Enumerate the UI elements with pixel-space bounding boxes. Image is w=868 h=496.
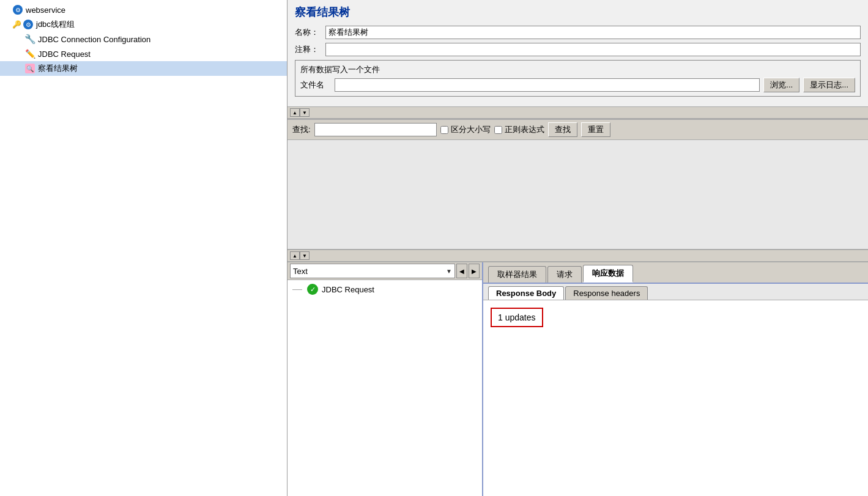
main-content: 察看结果树 名称： 注释： 所有数据写入一个文件 文件名 浏览... 显示日志.…	[287, 0, 868, 496]
tab-response[interactable]: 响应数据	[583, 265, 633, 283]
scroll-indicator-top: ▲ ▼	[287, 107, 868, 119]
dropdown-arrow-icon: ▼	[446, 268, 452, 275]
sub-tabs: Response Body Response headers	[483, 284, 868, 300]
detail-panel: 取样器结果 请求 响应数据 Response Body Response hea…	[483, 262, 868, 496]
scroll-down-btn-2[interactable]: ▼	[300, 251, 310, 260]
scroll-indicator-bottom: ▲ ▼	[287, 250, 868, 262]
sidebar-label-result-tree: 察看结果树	[38, 63, 78, 74]
scroll-up-btn[interactable]: ▲	[290, 108, 300, 117]
sub-tab-body[interactable]: Response Body	[488, 286, 564, 300]
display-log-button[interactable]: 显示日志...	[803, 78, 855, 92]
middle-area	[287, 140, 868, 250]
bottom-panel: Text ▼ ◀ ▶ — ✓ JDBC Request	[287, 262, 868, 496]
key-icon: 🔑	[12, 20, 21, 29]
regex-label: 正则表达式	[505, 124, 544, 135]
text-dropdown[interactable]: Text ▼	[290, 264, 455, 278]
gear-icon	[12, 4, 23, 15]
file-row: 文件名 浏览... 显示日志...	[300, 78, 855, 92]
connector-icon: —	[292, 284, 302, 295]
name-input[interactable]	[325, 26, 861, 39]
name-row: 名称：	[295, 26, 861, 39]
regex-checkbox[interactable]	[494, 126, 502, 134]
result-item-label: JDBC Request	[322, 285, 374, 294]
response-body-box: 1 updates	[491, 308, 543, 327]
detail-content: 1 updates	[483, 300, 868, 496]
list-btn-2[interactable]: ▶	[469, 264, 480, 278]
sidebar-label-jdbc-connection: JDBC Connection Configuration	[38, 35, 150, 44]
search-bar: 查找: 区分大小写 正则表达式 查找 重置	[287, 119, 868, 140]
page-title: 察看结果树	[295, 5, 861, 20]
magnifier-icon: 🔍	[24, 63, 35, 74]
sidebar-label-jdbc-group: jdbc线程组	[36, 19, 75, 30]
comment-row: 注释：	[295, 43, 861, 56]
case-label: 区分大小写	[451, 124, 491, 135]
result-list-panel: Text ▼ ◀ ▶ — ✓ JDBC Request	[287, 262, 483, 496]
sidebar: webservice 🔑 jdbc线程组 🔧 JDBC Connection C…	[0, 0, 287, 496]
list-btn-1[interactable]: ◀	[456, 264, 467, 278]
sidebar-item-webservice[interactable]: webservice	[0, 2, 287, 17]
comment-input[interactable]	[325, 43, 861, 56]
result-item-jdbc[interactable]: — ✓ JDBC Request	[290, 283, 480, 296]
reset-button[interactable]: 重置	[581, 122, 610, 137]
success-icon: ✓	[307, 284, 318, 295]
top-panel: 察看结果树 名称： 注释： 所有数据写入一个文件 文件名 浏览... 显示日志.…	[287, 0, 868, 107]
wrench-icon: 🔧	[24, 34, 35, 45]
sidebar-item-result-tree[interactable]: 🔍 察看结果树	[0, 61, 287, 76]
comment-label: 注释：	[295, 44, 325, 55]
sidebar-item-jdbc-request[interactable]: ✏️ JDBC Request	[0, 46, 287, 61]
regex-checkbox-group: 正则表达式	[494, 124, 544, 135]
file-group: 所有数据写入一个文件 文件名 浏览... 显示日志...	[295, 60, 861, 97]
dropdown-label: Text	[293, 267, 308, 276]
case-checkbox[interactable]	[440, 126, 448, 134]
find-button[interactable]: 查找	[548, 122, 577, 137]
result-list-content: — ✓ JDBC Request	[287, 280, 482, 496]
detail-tabs: 取样器结果 请求 响应数据	[483, 262, 868, 284]
tab-sampler[interactable]: 取样器结果	[488, 266, 546, 283]
search-label: 查找:	[292, 124, 311, 135]
scroll-up-btn-2[interactable]: ▲	[290, 251, 300, 260]
pencil-icon: ✏️	[24, 48, 35, 59]
scroll-down-btn[interactable]: ▼	[300, 108, 310, 117]
gear-icon-2	[23, 19, 34, 30]
file-label: 文件名	[300, 80, 331, 91]
sidebar-item-jdbc-group[interactable]: 🔑 jdbc线程组	[0, 17, 287, 32]
sub-tab-headers[interactable]: Response headers	[565, 286, 648, 300]
tab-request[interactable]: 请求	[547, 266, 582, 283]
response-text: 1 updates	[498, 313, 536, 322]
sidebar-item-jdbc-connection[interactable]: 🔧 JDBC Connection Configuration	[0, 32, 287, 46]
case-checkbox-group: 区分大小写	[440, 124, 491, 135]
file-input[interactable]	[335, 78, 760, 92]
file-group-title: 所有数据写入一个文件	[300, 64, 855, 75]
browse-button[interactable]: 浏览...	[763, 78, 799, 92]
result-list-toolbar: Text ▼ ◀ ▶	[287, 262, 482, 280]
sidebar-label-jdbc-request: JDBC Request	[38, 50, 91, 59]
name-label: 名称：	[295, 27, 325, 38]
sidebar-label-webservice: webservice	[26, 6, 65, 15]
search-input[interactable]	[314, 123, 437, 136]
